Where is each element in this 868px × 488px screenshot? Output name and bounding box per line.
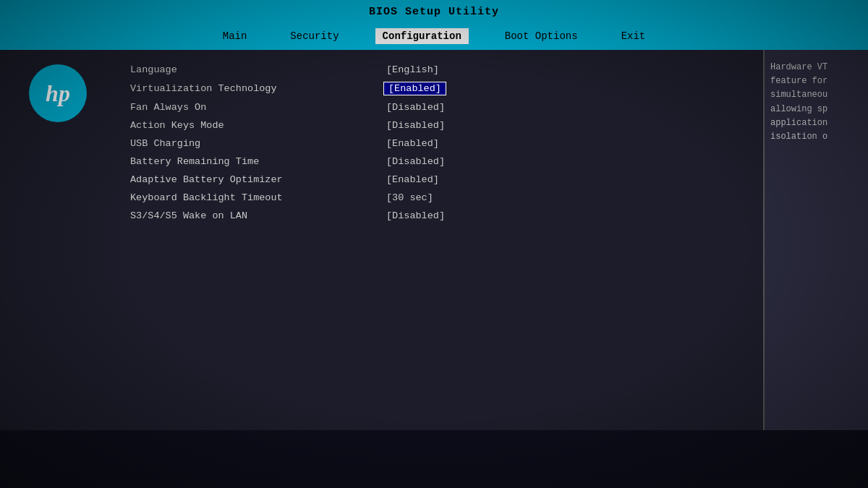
config-label-wake-lan: S3/S4/S5 Wake on LAN [130,210,383,221]
nav-bar: Main Security Configuration Boot Options… [0,24,868,50]
config-value-action-keys: [Disabled] [383,119,448,132]
info-line-6: isolation o [770,130,862,144]
info-line-4: allowing sp [770,103,862,116]
table-row[interactable]: USB Charging [Enabled] [130,134,749,153]
table-row[interactable]: Adaptive Battery Optimizer [Enabled] [130,171,749,189]
info-panel: Hardware VT feature for simultaneou allo… [763,50,868,430]
hp-logo: hp [29,64,87,122]
config-value-language: [English] [383,64,442,76]
nav-main[interactable]: Main [216,28,255,44]
main-area: hp Language [English] Virtualization Tec… [0,50,868,430]
info-line-2: feature for [770,74,862,88]
info-line-5: application [770,116,862,130]
table-row[interactable]: Keyboard Backlight Timeout [30 sec] [130,189,749,207]
table-row[interactable]: Fan Always On [Disabled] [130,98,749,116]
config-value-usb: [Enabled] [383,137,442,150]
config-label-battery-time: Battery Remaining Time [130,156,383,167]
bios-title: BIOS Setup Utility [369,6,499,18]
config-value-battery-time: [Disabled] [383,155,448,168]
hp-logo-text: hp [46,80,70,107]
info-line-1: Hardware VT [770,61,862,74]
config-value-wake-lan: [Disabled] [383,210,448,222]
config-label-usb: USB Charging [130,138,383,149]
config-label-adaptive-battery: Adaptive Battery Optimizer [130,174,383,185]
config-value-virt: [Enabled] [383,82,446,95]
table-row[interactable]: Battery Remaining Time [Disabled] [130,153,749,171]
logo-panel: hp [0,50,116,430]
title-bar: BIOS Setup Utility [0,0,868,24]
nav-boot-options[interactable]: Boot Options [498,28,585,44]
nav-exit[interactable]: Exit [614,28,653,44]
config-label-keyboard-timeout: Keyboard Backlight Timeout [130,192,383,203]
config-label-language: Language [130,64,383,75]
config-panel: Language [English] Virtualization Techno… [116,50,763,430]
config-label-virt: Virtualization Technology [130,83,383,94]
config-value-keyboard-timeout: [30 sec] [383,192,436,204]
info-line-3: simultaneou [770,88,862,102]
table-row[interactable]: Action Keys Mode [Disabled] [130,116,749,134]
table-row[interactable]: S3/S4/S5 Wake on LAN [Disabled] [130,207,749,225]
bottom-area [0,430,868,488]
nav-security[interactable]: Security [283,28,346,44]
nav-configuration[interactable]: Configuration [375,28,469,44]
table-row[interactable]: Language [English] [130,61,749,79]
table-row[interactable]: Virtualization Technology [Enabled] [130,79,749,98]
bios-frame: BIOS Setup Utility Main Security Configu… [0,0,868,488]
config-value-fan: [Disabled] [383,101,448,114]
config-label-action-keys: Action Keys Mode [130,120,383,131]
config-label-fan: Fan Always On [130,102,383,113]
config-value-adaptive-battery: [Enabled] [383,174,442,186]
